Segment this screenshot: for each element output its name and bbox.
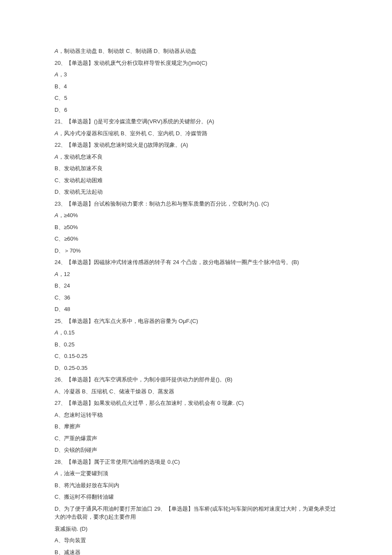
- text-content: ，3: [58, 71, 67, 78]
- text-line: A，油液一定要罐到顶: [55, 469, 337, 478]
- text-line: A，发动机怠速不良: [55, 153, 337, 161]
- text-line: B、摩擦声: [55, 422, 337, 431]
- text-line: C、≥60%: [55, 235, 337, 243]
- text-line: B、减速器: [55, 548, 337, 555]
- text-line: D、6: [55, 106, 337, 114]
- text-line: A，0.15: [55, 328, 337, 337]
- text-line: 衰减振动. (D): [55, 525, 337, 533]
- text-line: C、5: [55, 94, 337, 102]
- text-content: ，风冷式冷凝器和压缩机 B、室外机 C、室内机 D、冷媒管路: [58, 130, 208, 137]
- text-line: B、发动机加速不良: [55, 164, 337, 173]
- text-line: D、为了便于通风不用油时要打开加油口 29、【单选题】当车桥(或车轮)与车架间的…: [55, 505, 337, 521]
- text-line: C、0.15-0.25: [55, 352, 337, 360]
- text-line: 21、【单选题】()是可变冷媒流量空调(VRV)系统的关键部分。(A): [55, 117, 337, 126]
- text-line: 23、【单选题】台试检验制动力要求：制动力总和与整车质量的百分比，空载时为().…: [55, 200, 337, 208]
- text-line: D、＞70%: [55, 247, 337, 255]
- text-line: B、24: [55, 282, 337, 290]
- text-line: A，风冷式冷凝器和压缩机 B、室外机 C、室内机 D、冷媒管路: [55, 129, 337, 138]
- text-line: 27、【单选题】如果发动机点火过早，那么在加速时，发动机会有 0 现象. (C): [55, 399, 337, 407]
- text-line: B、0.25: [55, 340, 337, 349]
- option-a-prefix: A: [55, 271, 58, 277]
- text-line: C、36: [55, 293, 337, 302]
- option-a-prefix: A: [55, 130, 58, 137]
- option-a-prefix: A: [55, 212, 58, 218]
- text-line: C、严重的爆震声: [55, 434, 337, 443]
- text-line: 22、【单选题】发动机怠速时熄火是()故障的现象。(A): [55, 141, 337, 149]
- text-line: D、0.25-0.35: [55, 364, 337, 372]
- text-content: ，制动器主动盘 B、制动鼓 C、制动踊 D、制动器从动盘: [58, 48, 196, 54]
- text-line: A，≥40%: [55, 211, 337, 220]
- text-line: A，12: [55, 270, 337, 279]
- text-line: A、冷凝器 B、压缩机 C、储液干燥器 D、蒸发器: [55, 387, 337, 396]
- text-content: ，0.15: [58, 329, 75, 336]
- text-line: A、怠速时运转平稳: [55, 411, 337, 419]
- text-line: D、尖锐的刮碰声: [55, 446, 337, 454]
- option-a-prefix: A: [55, 71, 58, 78]
- text-line: 28、【单选题】属于正常使用汽油维的选项是 0.(C): [55, 458, 337, 466]
- option-a-prefix: A: [55, 48, 58, 54]
- text-line: A、导向装置: [55, 536, 337, 545]
- text-line: 24、【单选题】因磁脉冲式转速传感器的转子有 24 个凸齿，故分电器轴转一圈产生…: [55, 258, 337, 267]
- text-content: ，≥40%: [58, 212, 78, 218]
- text-content: ，发动机怠速不良: [58, 154, 103, 160]
- option-a-prefix: A: [55, 154, 58, 160]
- text-line: D、发动机无法起动: [55, 188, 337, 196]
- option-a-prefix: A: [55, 329, 58, 336]
- text-line: B、≥50%: [55, 223, 337, 232]
- text-line: A，3: [55, 70, 337, 79]
- text-line: B、4: [55, 82, 337, 91]
- text-line: C、发动机起动困难: [55, 176, 337, 185]
- text-line: 20、【单选题】发动机废气分析仪取样导管长度规定为()m0(C): [55, 59, 337, 67]
- text-line: D、48: [55, 305, 337, 314]
- text-line: 25、【单选题】在汽车点火系中，电容器的容量为 OμF.(C): [55, 317, 337, 325]
- text-line: C、搬运时不得翻转油罐: [55, 493, 337, 501]
- text-line: A，制动器主动盘 B、制动鼓 C、制动踊 D、制动器从动盘: [55, 47, 337, 55]
- document-content: A，制动器主动盘 B、制动鼓 C、制动踊 D、制动器从动盘20、【单选题】发动机…: [55, 47, 337, 555]
- text-content: ，12: [58, 271, 70, 277]
- text-line: B、将汽油最好放在车间内: [55, 481, 337, 490]
- option-a-prefix: A: [55, 470, 58, 477]
- text-content: ，油液一定要罐到顶: [58, 470, 108, 477]
- text-line: 26、【单选题】在汽车空调系统中，为制冷循环提供动力的部件是()。(B): [55, 375, 337, 384]
